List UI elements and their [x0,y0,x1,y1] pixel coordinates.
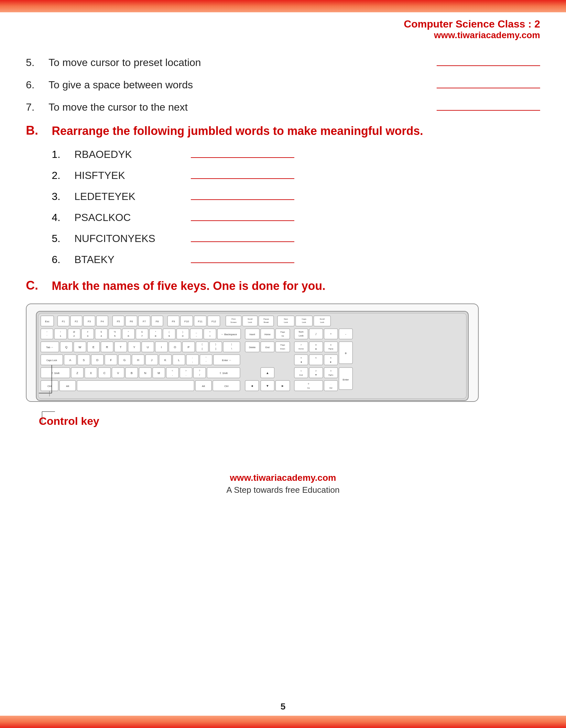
svg-text:K: K [164,358,166,362]
svg-text:): ) [183,331,183,333]
svg-text:M: M [158,371,160,375]
svg-text:$: $ [101,331,102,333]
svg-text:▼: ▼ [266,384,269,388]
svg-text:L: L [178,358,180,362]
svg-text:+: + [344,351,347,356]
class-title: Computer Science Class : 2 [0,18,540,30]
svg-rect-180 [294,355,308,365]
svg-rect-34 [259,316,274,326]
page-number: 5 [281,701,285,712]
svg-rect-246 [324,381,338,391]
svg-rect-61 [109,329,121,339]
svg-text:← Backspace: ← Backspace [221,333,237,336]
svg-text:R: R [106,346,108,349]
svg-text:Pause: Pause [263,318,269,320]
svg-text:~: ~ [46,331,48,333]
control-key-label: Control key [26,408,540,427]
answer-line [191,155,294,158]
svg-text:►: ► [330,361,332,363]
main-content: 5. To move cursor to preset location 6. … [0,44,566,453]
svg-text:=: = [209,335,211,337]
svg-text:Delete: Delete [249,346,256,348]
svg-text:G: G [123,358,126,362]
svg-text:9: 9 [169,335,170,337]
control-key-text: Control key [39,415,540,427]
list-item: 5. To move cursor to preset location [26,57,540,69]
svg-text:T: T [120,346,122,349]
svg-text:Lock: Lock [284,321,288,323]
answer-line [437,85,540,88]
list-item: 6. To give a space between words [26,79,540,91]
answer-line [191,260,294,263]
svg-text:Home: Home [298,348,304,350]
svg-text:N: N [144,371,147,375]
svg-text:PgUp: PgUp [328,348,333,350]
svg-text:F1: F1 [62,320,65,323]
svg-text:X: X [90,371,92,375]
svg-rect-141 [294,342,308,352]
list-item: 1. RBAOEDYK [52,149,540,160]
svg-text:⇧ Shift: ⇧ Shift [219,372,228,375]
section-a-list: 5. To move cursor to preset location 6. … [26,57,540,113]
svg-text:W: W [79,346,82,349]
svg-text:E: E [93,346,94,349]
svg-text:7: 7 [141,335,143,337]
svg-text:V: V [117,371,119,375]
list-item: 5. NUFCITONYEKS [52,233,540,245]
svg-rect-46 [41,329,53,339]
svg-text:J: J [151,358,153,362]
svg-rect-82 [204,329,216,339]
svg-rect-43 [314,316,330,326]
svg-text:Lock: Lock [320,321,325,323]
svg-text:1: 1 [60,335,61,337]
svg-text:Ins: Ins [307,387,310,389]
section-c-header: C. Mark the names of five keys. One is d… [26,279,540,294]
svg-text:Screen: Screen [230,321,237,323]
answer-line [191,176,294,179]
svg-text:>: > [185,370,187,372]
svg-rect-37 [278,316,294,326]
svg-rect-40 [295,316,312,326]
svg-text:F4: F4 [101,320,104,323]
svg-text:▲: ▲ [315,347,317,350]
svg-rect-49 [54,329,67,339]
svg-rect-138 [276,342,290,352]
svg-rect-232 [77,381,194,391]
svg-rect-91 [276,329,290,339]
svg-rect-67 [136,329,148,339]
svg-text:Lock: Lock [299,335,304,337]
svg-rect-52 [68,329,80,339]
svg-text:%: % [114,331,116,333]
svg-text:+: + [209,331,211,333]
svg-text:*: * [155,331,156,333]
svg-text:Enter ←: Enter ← [222,359,231,362]
svg-text:End: End [299,374,303,376]
svg-text:<: < [172,370,173,372]
svg-text::: : [192,357,193,359]
svg-text:]: ] [216,347,216,350]
svg-text:8: 8 [155,335,157,337]
svg-text:-: - [345,333,346,336]
svg-rect-147 [324,342,338,352]
svg-text:Enter: Enter [342,378,349,381]
svg-rect-58 [95,329,107,339]
svg-text:B: B [131,371,133,375]
svg-text:U: U [147,346,149,349]
svg-text:`: ` [47,335,48,337]
svg-rect-79 [190,329,203,339]
svg-rect-55 [82,329,94,339]
svg-text:H: H [137,358,139,362]
keyboard-svg: Esc F1 F2 F3 F4 F5 F6 F7 F8 F9 F10 [36,311,469,401]
svg-text:Scroll: Scroll [319,318,324,320]
svg-text:@: @ [73,331,75,333]
svg-text:Q: Q [65,346,67,349]
svg-text:Insert: Insert [250,333,255,336]
svg-text:◄: ◄ [250,384,254,388]
list-item: 2. HISFTYEK [52,170,540,182]
svg-text:▲: ▲ [266,371,269,375]
svg-text:F8: F8 [156,320,159,323]
svg-text:F7: F7 [143,320,146,323]
svg-rect-28 [226,316,241,326]
svg-text:S: S [83,358,85,362]
footer: www.tiwariacademy.com A Step towards fre… [0,473,566,495]
